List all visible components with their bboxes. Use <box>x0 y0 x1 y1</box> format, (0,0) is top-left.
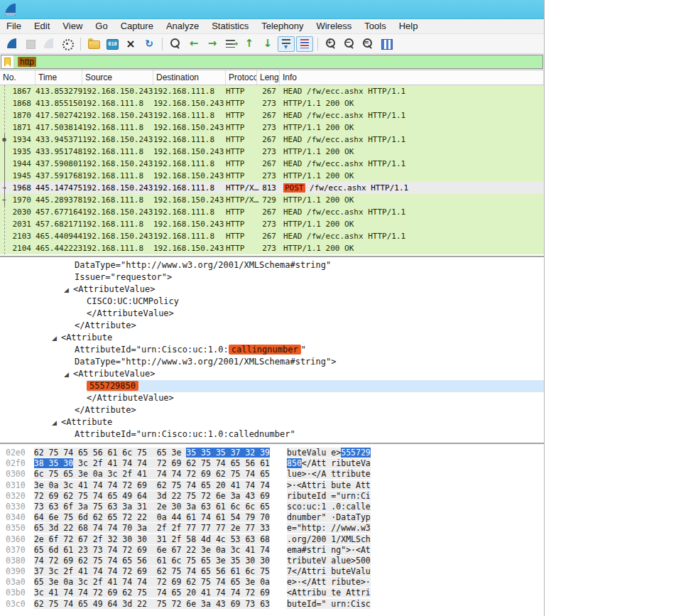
detail-tree-line[interactable]: DataType="http://www.w3.org/2001/XMLSche… <box>75 259 544 271</box>
detail-tree-line[interactable]: ◢<AttributeValue> <box>64 283 544 296</box>
detail-tree-line[interactable]: </Attribute> <box>75 320 544 332</box>
go-to-packet-button[interactable] <box>222 36 239 52</box>
hex-row-0320[interactable]: 032072 69 62 75 74 65 49 64 3d 22 75 72 … <box>6 491 544 502</box>
packet-row-1970[interactable]: ←1970445.289378192.168.111.8192.168.150.… <box>0 194 544 206</box>
hex-row-0390[interactable]: 039037 3c 2f 41 74 74 72 69 62 75 74 65 … <box>6 566 544 577</box>
filter-bookmark-button[interactable] <box>1 55 14 68</box>
detail-tree-line[interactable]: 555729850 <box>87 380 544 392</box>
packet-row-1945[interactable]: 1945437.591768192.168.111.8192.168.150.2… <box>0 170 544 182</box>
menu-help[interactable]: Help <box>393 19 425 33</box>
detail-tree-line[interactable]: AttributeId="urn:Cisco:uc:1.0:callednumb… <box>75 428 544 441</box>
column-header-destination[interactable]: Destination <box>153 70 226 85</box>
menu-file[interactable]: File <box>0 19 28 33</box>
packet-row-1935[interactable]: 1935433.951748192.168.111.8192.168.150.2… <box>0 146 544 158</box>
hex-row-0370[interactable]: 037065 6d 61 23 73 74 72 69 6e 67 22 3e … <box>6 545 544 556</box>
hex-row-02e0[interactable]: 02e062 75 74 65 56 61 6c 75 65 3e 35 35 … <box>6 448 544 458</box>
start-capture-button[interactable] <box>4 36 21 52</box>
packet-row-2030[interactable]: 2030457.677164192.168.150.243192.168.111… <box>0 206 544 218</box>
related-packet-marker <box>0 170 9 182</box>
display-filter-input[interactable]: http <box>1 55 543 69</box>
hex-bytes: 62 75 74 65 49 64 3d 22 75 72 6e 3a 43 6… <box>34 599 270 609</box>
packet-row-1944[interactable]: 1944437.590801192.168.150.243192.168.111… <box>0 158 544 170</box>
detail-tree-line[interactable]: ◢<Attribute <box>52 332 544 344</box>
packet-row-2103[interactable]: 2103465.440944192.168.150.243192.168.111… <box>0 230 544 242</box>
menu-edit[interactable]: Edit <box>28 19 56 33</box>
resize-columns-button[interactable] <box>378 36 395 52</box>
packet-row-2031[interactable]: 2031457.682171192.168.111.8192.168.150.2… <box>0 218 544 230</box>
hex-row-03a0[interactable]: 03a065 3e 0a 3c 2f 41 74 74 72 69 62 75 … <box>6 577 544 588</box>
packet-row-1867[interactable]: 1867413.853279192.168.150.243192.168.111… <box>0 85 544 97</box>
ascii-text: tributeV alue>500 <box>287 556 371 566</box>
menu-view[interactable]: View <box>56 19 89 33</box>
hex-offset: 0300 <box>6 469 26 479</box>
find-packet-button[interactable] <box>167 36 184 52</box>
hex-row-0310[interactable]: 03103e 0a 3c 41 74 74 72 69 62 75 74 65 … <box>6 480 544 491</box>
tree-expander-icon[interactable]: ◢ <box>52 335 57 342</box>
detail-tree-line[interactable]: </Attribute> <box>75 404 544 416</box>
packet-info: HEAD /fw/ecc.ashx HTTP/1.1 <box>280 134 544 146</box>
hex-row-0360[interactable]: 03602e 6f 72 67 2f 32 30 30 31 2f 58 4d … <box>6 534 544 545</box>
menu-wireless[interactable]: Wireless <box>310 19 358 33</box>
packet-row-1934[interactable]: ●1934433.945371192.168.150.243192.168.11… <box>0 134 544 146</box>
detail-tree-line[interactable]: ◢<Attribute <box>52 416 544 428</box>
detail-tree-line[interactable]: </AttributeValue> <box>87 392 544 404</box>
zoom-100-button[interactable]: = <box>359 36 376 52</box>
go-first-packet-button[interactable]: ↑ <box>241 36 258 52</box>
column-header-no[interactable]: No. <box>0 70 36 85</box>
go-forward-button[interactable]: → <box>204 36 221 52</box>
hex-row-0300[interactable]: 03006c 75 65 3e 0a 3c 2f 41 74 74 72 69 … <box>6 469 544 480</box>
packet-row-2104[interactable]: 2104465.442223192.168.111.8192.168.150.2… <box>0 242 544 254</box>
column-header-time[interactable]: Time <box>36 70 82 85</box>
packet-row-1868[interactable]: 1868413.855150192.168.111.8192.168.150.2… <box>0 97 544 109</box>
packet-row-1870[interactable]: 1870417.502742192.168.150.243192.168.111… <box>0 109 544 121</box>
column-header-source[interactable]: Source <box>82 70 153 85</box>
save-capture-file-button[interactable] <box>104 36 121 52</box>
auto-scroll-toggle-button[interactable] <box>278 36 295 52</box>
column-header-protocol[interactable]: Protocol <box>226 70 257 85</box>
packet-list-header: No.TimeSourceDestinationProtocolLengthIn… <box>0 70 544 85</box>
hex-row-0380[interactable]: 038074 72 69 62 75 74 65 56 61 6c 75 65 … <box>6 556 544 566</box>
hex-row-0350[interactable]: 035065 3d 22 68 74 74 70 3a 2f 2f 77 77 … <box>6 523 544 534</box>
colorize-toggle-button[interactable] <box>296 36 313 52</box>
folder-open-icon <box>87 38 100 50</box>
hex-row-03b0[interactable]: 03b03c 41 74 74 72 69 62 75 74 65 20 41 … <box>6 588 544 598</box>
detail-tree-line[interactable]: AttributeId="urn:Cisco:uc:1.0:callingnum… <box>75 344 544 356</box>
menu-capture[interactable]: Capture <box>114 19 160 33</box>
packet-row-1968[interactable]: →1968445.147475192.168.150.243192.168.11… <box>0 182 544 194</box>
packet-no: 1935 <box>9 146 36 158</box>
ascii-text: e>·</Att ribute>· <box>287 577 371 587</box>
restart-capture-button[interactable] <box>40 36 58 52</box>
capture-options-button[interactable] <box>59 36 76 52</box>
tree-expander-icon[interactable]: ◢ <box>64 371 69 378</box>
go-last-packet-button[interactable]: ↓ <box>259 36 276 52</box>
detail-tree-line[interactable]: DataType="http://www.w3.org/2001/XMLSche… <box>75 441 544 442</box>
reload-capture-file-button[interactable]: ↻ <box>141 36 158 52</box>
go-back-button[interactable]: ← <box>185 36 202 52</box>
close-capture-file-button[interactable]: × <box>122 36 139 52</box>
stop-capture-button[interactable] <box>22 36 39 52</box>
detail-tree-line[interactable]: CISCO:UC:UCMPolicy <box>87 296 544 308</box>
menu-tools[interactable]: Tools <box>358 19 392 33</box>
zoom-out-button[interactable]: − <box>341 36 358 52</box>
menu-statistics[interactable]: Statistics <box>205 19 255 33</box>
detail-tree-line[interactable]: ◢<AttributeValue> <box>64 368 544 380</box>
tree-expander-icon[interactable]: ◢ <box>52 419 57 426</box>
menu-telephony[interactable]: Telephony <box>255 19 310 33</box>
menu-analyze[interactable]: Analyze <box>160 19 205 33</box>
packet-source: 192.168.111.8 <box>82 194 153 206</box>
hex-row-0330[interactable]: 033073 63 6f 3a 75 63 3a 31 2e 30 3a 63 … <box>6 502 544 512</box>
open-capture-file-button[interactable] <box>85 36 102 52</box>
detail-tree-line[interactable]: DataType="http://www.w3.org/2001/XMLSche… <box>75 356 544 368</box>
hex-row-02f0[interactable]: 02f038 35 30 3c 2f 41 74 74 72 69 62 75 … <box>6 458 544 469</box>
column-header-info[interactable]: Info <box>280 70 544 85</box>
tree-expander-icon[interactable]: ◢ <box>64 286 69 293</box>
hex-row-03c0[interactable]: 03c062 75 74 65 49 64 3d 22 75 72 6e 3a … <box>6 599 544 610</box>
packet-row-1871[interactable]: 1871417.503814192.168.111.8192.168.150.2… <box>0 121 544 134</box>
detail-tree-line[interactable]: Issuer="requestor"> <box>75 271 544 283</box>
packet-no: 1970 <box>9 194 36 206</box>
menu-go[interactable]: Go <box>89 19 114 33</box>
zoom-in-button[interactable]: + <box>322 36 339 52</box>
hex-row-0340[interactable]: 034064 6e 75 6d 62 65 72 22 0a 44 61 74 … <box>6 512 544 523</box>
column-header-length[interactable]: Length <box>257 70 280 85</box>
detail-tree-line[interactable]: </AttributeValue> <box>87 308 544 320</box>
